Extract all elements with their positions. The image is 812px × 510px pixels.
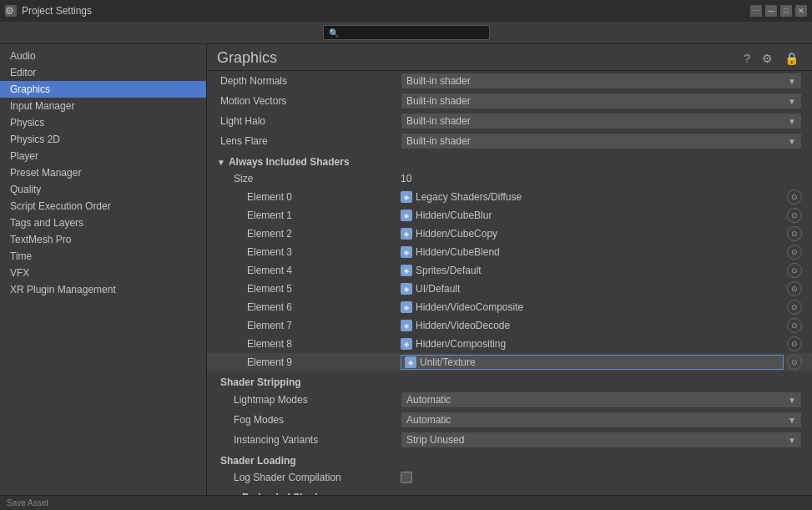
lens-flare-label: Lens Flare	[217, 135, 401, 147]
content-area: Graphics ? ⚙ 🔒 Depth Normals Built-in sh…	[207, 44, 812, 495]
minimize-btn[interactable]: —	[765, 5, 777, 17]
shader-8-icon: ◈	[401, 338, 412, 350]
bottom-save: Save Asset	[7, 498, 48, 507]
sidebar-item-input-manager[interactable]: Input Manager	[0, 98, 206, 114]
maximize-btn[interactable]: □	[780, 5, 792, 17]
element-7-label: Element 7	[217, 320, 401, 331]
element-4-value: ◈ Sprites/Default ⊙	[401, 263, 802, 278]
element-5-row: Element 5 ◈ UI/Default ⊙	[207, 280, 812, 298]
shader-1-target[interactable]: ⊙	[787, 208, 802, 223]
instancing-variants-dropdown[interactable]: Strip Unused ▼	[401, 432, 802, 448]
fog-modes-arrow: ▼	[788, 416, 796, 425]
settings-icon[interactable]: ⚙	[759, 50, 776, 67]
shader-6-icon: ◈	[401, 301, 412, 313]
sidebar-item-textmesh[interactable]: TextMesh Pro	[0, 231, 206, 248]
instancing-variants-label: Instancing Variants	[217, 434, 401, 446]
help-icon[interactable]: ?	[740, 50, 754, 67]
element-9-label: Element 9	[217, 356, 401, 368]
lightmap-modes-label: Lightmap Modes	[217, 394, 401, 406]
shader-8-target[interactable]: ⊙	[787, 336, 802, 351]
sidebar-item-quality[interactable]: Quality	[0, 181, 206, 198]
light-halo-dropdown[interactable]: Built-in shader ▼	[401, 113, 802, 129]
shader-6-target[interactable]: ⊙	[787, 300, 802, 315]
log-shader-checkbox[interactable]	[401, 472, 412, 483]
element-2-row: Element 2 ◈ Hidden/CubeCopy ⊙	[207, 225, 812, 243]
shader-3-target[interactable]: ⊙	[787, 245, 802, 260]
header-icons: ? ⚙ 🔒	[740, 50, 802, 67]
sidebar-item-player[interactable]: Player	[0, 148, 206, 164]
light-halo-arrow: ▼	[788, 117, 796, 126]
depth-normals-dropdown[interactable]: Built-in shader ▼	[401, 73, 802, 89]
sidebar-item-script-execution[interactable]: Script Execution Order	[0, 198, 206, 215]
lightmap-modes-dropdown[interactable]: Automatic ▼	[401, 391, 802, 408]
shader-5-target[interactable]: ⊙	[787, 281, 802, 296]
close-btn[interactable]: ✕	[795, 5, 807, 17]
shader-2-target[interactable]: ⊙	[787, 226, 802, 241]
shader-7-icon: ◈	[401, 320, 412, 331]
element-0-row: Element 0 ◈ Legacy Shaders/Diffuse ⊙	[207, 188, 812, 206]
app-icon: ⚙	[5, 5, 17, 17]
shader-0-target[interactable]: ⊙	[787, 189, 802, 205]
shader-2-icon: ◈	[401, 228, 412, 240]
element-9-value: ◈ Unlit/Texture ⊙	[401, 355, 802, 370]
log-shader-label: Log Shader Compilation	[217, 472, 401, 483]
element-2-label: Element 2	[217, 228, 401, 240]
lightmap-modes-value: Automatic ▼	[401, 391, 802, 408]
motion-vectors-dropdown[interactable]: Built-in shader ▼	[401, 93, 802, 109]
lens-flare-dropdown[interactable]: Built-in shader ▼	[401, 133, 802, 149]
lightmap-modes-text: Automatic	[406, 394, 451, 406]
element-9-box: ◈ Unlit/Texture	[401, 355, 784, 370]
sidebar-item-physics2d[interactable]: Physics 2D	[0, 131, 206, 148]
fog-modes-value: Automatic ▼	[401, 412, 802, 428]
menu-btn[interactable]: ⋯	[750, 5, 762, 17]
shader-9-icon: ◈	[405, 356, 416, 368]
search-wrap: 🔍	[323, 25, 490, 40]
shader-stripping-heading[interactable]: Shader Stripping	[207, 371, 812, 390]
fog-modes-dropdown[interactable]: Automatic ▼	[401, 412, 802, 428]
shader-6-name: Hidden/VideoComposite	[416, 301, 784, 313]
sidebar-item-audio[interactable]: Audio	[0, 48, 206, 64]
shader-3-icon: ◈	[401, 246, 412, 258]
window-controls: ⋯ — □ ✕	[750, 5, 807, 17]
motion-vectors-dropdown-text: Built-in shader	[406, 95, 471, 107]
shader-9-target[interactable]: ⊙	[787, 355, 802, 370]
sidebar-item-tags-layers[interactable]: Tags and Layers	[0, 215, 206, 231]
sidebar-item-graphics[interactable]: Graphics	[0, 81, 206, 98]
instancing-variants-text: Strip Unused	[406, 434, 464, 446]
element-9-row: Element 9 ◈ Unlit/Texture ⊙	[207, 353, 812, 371]
sidebar-item-xr[interactable]: XR Plugin Management	[0, 281, 206, 298]
always-included-heading[interactable]: ▼ Always Included Shaders	[207, 151, 812, 169]
sidebar-item-editor[interactable]: Editor	[0, 64, 206, 81]
lens-flare-dropdown-text: Built-in shader	[406, 135, 471, 147]
sidebar-item-vfx[interactable]: VFX	[0, 265, 206, 281]
size-value: 10	[401, 173, 802, 184]
lock-icon[interactable]: 🔒	[781, 50, 802, 67]
shader-loading-heading[interactable]: Shader Loading	[207, 450, 812, 468]
shader-loading-label: Shader Loading	[220, 455, 296, 467]
sidebar-item-physics[interactable]: Physics	[0, 114, 206, 131]
depth-normals-value: Built-in shader ▼	[401, 73, 802, 89]
light-halo-value: Built-in shader ▼	[401, 113, 802, 129]
light-halo-dropdown-text: Built-in shader	[406, 115, 471, 127]
shader-5-icon: ◈	[401, 283, 412, 295]
log-shader-value	[401, 472, 802, 483]
shader-0-name: Legacy Shaders/Diffuse	[416, 191, 784, 203]
sidebar-item-preset-manager[interactable]: Preset Manager	[0, 164, 206, 181]
shader-4-target[interactable]: ⊙	[787, 263, 802, 278]
element-1-row: Element 1 ◈ Hidden/CubeBlur ⊙	[207, 206, 812, 225]
element-3-row: Element 3 ◈ Hidden/CubeBlend ⊙	[207, 243, 812, 261]
fog-modes-text: Automatic	[406, 414, 451, 426]
motion-vectors-row: Motion Vectors Built-in shader ▼	[207, 91, 812, 111]
preloaded-shaders-heading[interactable]: ▼ Preloaded Shaders	[207, 487, 812, 495]
motion-vectors-value: Built-in shader ▼	[401, 93, 802, 109]
search-input[interactable]	[342, 28, 484, 38]
shader-7-target[interactable]: ⊙	[787, 318, 802, 333]
element-7-value: ◈ Hidden/VideoDecode ⊙	[401, 318, 802, 333]
shader-5-name: UI/Default	[416, 283, 784, 295]
element-7-row: Element 7 ◈ Hidden/VideoDecode ⊙	[207, 316, 812, 335]
element-3-value: ◈ Hidden/CubeBlend ⊙	[401, 245, 802, 260]
sidebar-item-time[interactable]: Time	[0, 248, 206, 265]
fog-modes-label: Fog Modes	[217, 414, 401, 426]
depth-normals-dropdown-text: Built-in shader	[406, 75, 471, 87]
depth-normals-row: Depth Normals Built-in shader ▼	[207, 71, 812, 91]
